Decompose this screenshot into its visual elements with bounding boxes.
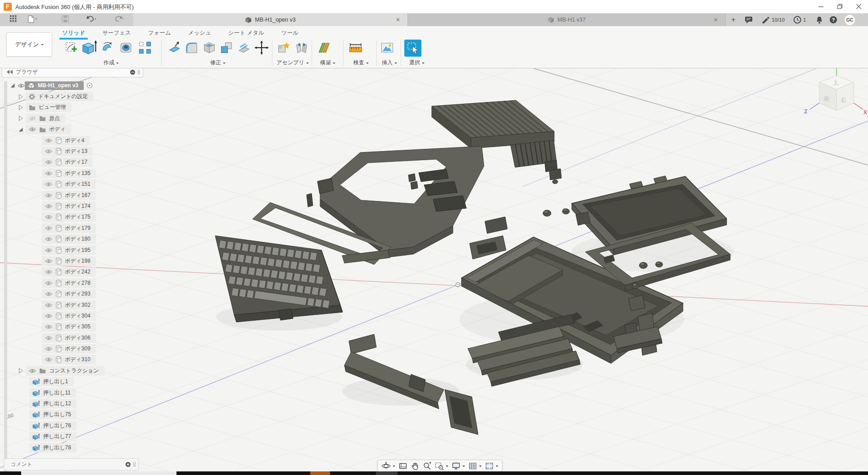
close-button[interactable] <box>849 0 868 13</box>
visibility-eye-icon[interactable] <box>18 83 25 88</box>
browser-row[interactable]: ボディ179 <box>0 223 149 233</box>
offset-face-icon[interactable] <box>236 40 252 56</box>
workspace-selector[interactable]: デザイン <box>6 32 52 57</box>
browser-row[interactable]: ボディ302 <box>0 300 149 310</box>
browser-row[interactable]: ボディ306 <box>0 332 149 343</box>
tree-expand-icon[interactable] <box>18 127 23 132</box>
construct-plane-icon[interactable] <box>316 40 332 56</box>
user-avatar[interactable]: GC <box>845 15 855 25</box>
tab-close-icon[interactable]: ✕ <box>395 17 401 23</box>
ribbon-tab[interactable]: ソリッド <box>60 28 87 39</box>
browser-row[interactable]: ボディ242 <box>0 267 149 278</box>
doc-tab-inactive[interactable]: MB-H1 v37 ✕ <box>408 13 726 26</box>
group-label-construct[interactable]: 構築 <box>316 59 339 67</box>
browser-row[interactable]: ボディ278 <box>0 278 149 288</box>
pan-icon[interactable] <box>411 462 420 471</box>
help-icon[interactable]: ? <box>829 15 837 24</box>
visibility-eye-icon[interactable] <box>45 248 52 253</box>
visibility-off-icon[interactable] <box>29 116 36 121</box>
visibility-eye-icon[interactable] <box>45 193 52 198</box>
taskbar-app-segment[interactable] <box>376 471 398 475</box>
browser-row[interactable]: 押し出し1 <box>0 376 149 387</box>
visibility-eye-icon[interactable] <box>45 138 52 143</box>
undo-icon[interactable] <box>84 15 99 24</box>
group-label-assemble[interactable]: アセンブリ <box>276 59 310 67</box>
browser-row[interactable]: ドキュメントの設定 <box>0 91 149 102</box>
browser-row[interactable]: MB-H1_open v3 <box>0 80 149 91</box>
comment-panel[interactable]: コメント <box>4 458 139 471</box>
browser-row[interactable]: ボディ305 <box>0 322 149 332</box>
browser-row[interactable]: ボディ135 <box>0 168 149 179</box>
create-sketch-icon[interactable] <box>63 40 79 56</box>
ribbon-tab[interactable]: フォーム <box>146 28 173 39</box>
group-label-select[interactable]: 選択 <box>404 59 429 67</box>
move-copy-icon[interactable] <box>254 40 269 56</box>
browser-row[interactable]: 押し出し76 <box>0 420 149 431</box>
extrude-icon[interactable] <box>81 40 98 56</box>
taskbar-app-segment[interactable] <box>310 471 330 475</box>
visibility-eye-icon[interactable] <box>45 182 52 187</box>
notifications-bell-icon[interactable] <box>816 15 823 24</box>
tree-collapse-icon[interactable] <box>18 368 23 373</box>
browser-row[interactable]: 押し出し77 <box>0 431 149 442</box>
viewports-icon[interactable] <box>485 462 498 471</box>
browser-row[interactable]: 押し出し12 <box>0 398 149 409</box>
browser-row[interactable]: 押し出し75 <box>0 409 149 420</box>
visibility-eye-icon[interactable] <box>45 237 52 242</box>
visibility-eye-icon[interactable] <box>45 171 52 176</box>
revolve-icon[interactable] <box>100 40 116 56</box>
browser-row[interactable]: ボディ309 <box>0 343 149 354</box>
pattern-icon[interactable] <box>137 40 153 56</box>
visibility-eye-icon[interactable] <box>29 127 36 132</box>
shell-icon[interactable] <box>202 40 217 56</box>
tree-collapse-icon[interactable] <box>18 94 23 99</box>
group-label-create[interactable]: 作成 <box>63 59 159 67</box>
browser-row[interactable]: ボディ175 <box>0 212 149 223</box>
browser-row[interactable]: ボディ13 <box>0 146 149 157</box>
edit-limit-indicator[interactable]: 10/10 <box>762 15 785 24</box>
measure-icon[interactable] <box>348 40 364 56</box>
browser-row[interactable]: ボディ198 <box>0 255 149 266</box>
tab-close-icon[interactable]: ✕ <box>713 17 719 23</box>
select-tool-icon[interactable] <box>404 40 421 57</box>
browser-row[interactable]: ビュー管理 <box>0 102 149 113</box>
fillet-icon[interactable] <box>184 40 199 56</box>
visibility-eye-icon[interactable] <box>45 215 52 220</box>
grid-settings-icon[interactable] <box>468 462 482 471</box>
visibility-eye-icon[interactable] <box>45 259 52 264</box>
press-pull-icon[interactable] <box>167 40 182 56</box>
origin-indicator[interactable] <box>456 283 460 287</box>
comments-icon[interactable] <box>745 15 753 24</box>
fit-view-icon[interactable] <box>435 462 448 471</box>
group-label-inspect[interactable]: 検査 <box>348 59 375 67</box>
browser-row[interactable]: ボディ293 <box>0 288 149 299</box>
orbit-icon[interactable] <box>381 462 395 471</box>
panel-grip-icon[interactable] <box>133 462 136 467</box>
collapse-panel-icon[interactable] <box>7 70 13 74</box>
restore-button[interactable] <box>830 0 849 13</box>
browser-row[interactable]: ボディ <box>0 124 149 135</box>
file-menu-icon[interactable] <box>25 15 41 24</box>
zoom-icon[interactable] <box>423 462 432 471</box>
browser-row[interactable]: 押し出し78 <box>0 442 149 453</box>
ribbon-tab[interactable]: シート メタル <box>226 28 266 39</box>
doc-tab-active[interactable]: MB-H1_open v3 ✕ <box>133 13 408 26</box>
visibility-eye-icon[interactable] <box>45 291 52 296</box>
browser-row[interactable]: ボディ310 <box>0 354 149 365</box>
browser-row[interactable]: ボディ167 <box>0 190 149 201</box>
visibility-eye-icon[interactable] <box>45 160 52 165</box>
joint-icon[interactable] <box>294 40 310 56</box>
browser-row[interactable]: ボディ304 <box>0 310 149 321</box>
browser-row[interactable]: ボディ180 <box>0 233 149 244</box>
browser-row[interactable]: 原点 <box>0 113 149 124</box>
add-comment-icon[interactable] <box>125 462 131 467</box>
visibility-eye-icon[interactable] <box>45 324 52 329</box>
visibility-eye-icon[interactable] <box>45 357 52 362</box>
activate-component-radio[interactable] <box>86 82 93 89</box>
browser-row[interactable]: ボディ195 <box>0 245 149 255</box>
browser-row[interactable]: ボディ174 <box>0 201 149 211</box>
browser-row[interactable]: 押し出し11 <box>0 387 149 398</box>
ribbon-tab[interactable]: メッシュ <box>186 28 213 39</box>
new-tab-button[interactable]: + <box>728 15 739 24</box>
panel-grip-icon[interactable] <box>137 69 141 75</box>
